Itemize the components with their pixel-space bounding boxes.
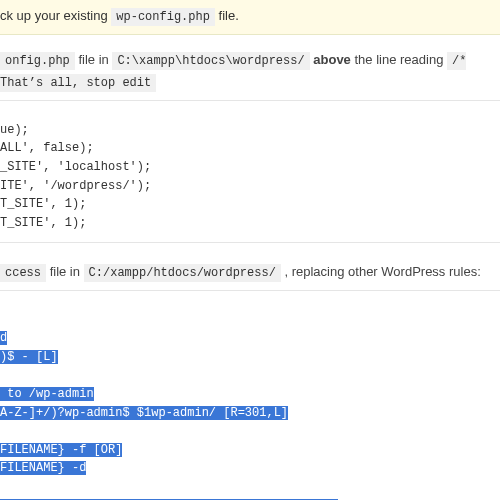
code-block-2-selected[interactable]: d )$ - [L] to /wp-admin A-Z-]+/)?wp-admi… <box>0 301 500 500</box>
above-bold: above <box>313 52 351 67</box>
warning-suffix: file. <box>219 8 239 23</box>
selected-code-line: to /wp-admin <box>0 387 94 401</box>
path-code-1: C:\xampp\htdocs\wordpress/ <box>112 52 309 70</box>
instruction-1: onfig.php file in C:\xampp\htdocs\wordpr… <box>0 49 500 94</box>
selected-code-line: d <box>0 331 7 345</box>
selected-code-line: FILENAME} -d <box>0 461 86 475</box>
wp-config-code: wp-config.php <box>111 8 215 26</box>
path-code-2: C:/xampp/htdocs/wordpress/ <box>84 264 281 282</box>
divider-1 <box>0 100 500 101</box>
warning-prefix: ck up your existing <box>0 8 111 23</box>
selected-code-line: FILENAME} -f [OR] <box>0 443 122 457</box>
code-block-1[interactable]: ue); ALL', false); _SITE', 'localhost');… <box>0 111 500 244</box>
warning-box: ck up your existing wp-config.php file. <box>0 0 500 35</box>
instruction-2: ccess file in C:/xampp/htdocs/wordpress/… <box>0 261 500 283</box>
selected-code-line: )$ - [L] <box>0 350 58 364</box>
htaccess-code: ccess <box>0 264 46 282</box>
divider-2 <box>0 290 500 291</box>
selected-code-line: A-Z-]+/)?wp-admin$ $1wp-admin/ [R=301,L] <box>0 406 288 420</box>
config-file-code: onfig.php <box>0 52 75 70</box>
